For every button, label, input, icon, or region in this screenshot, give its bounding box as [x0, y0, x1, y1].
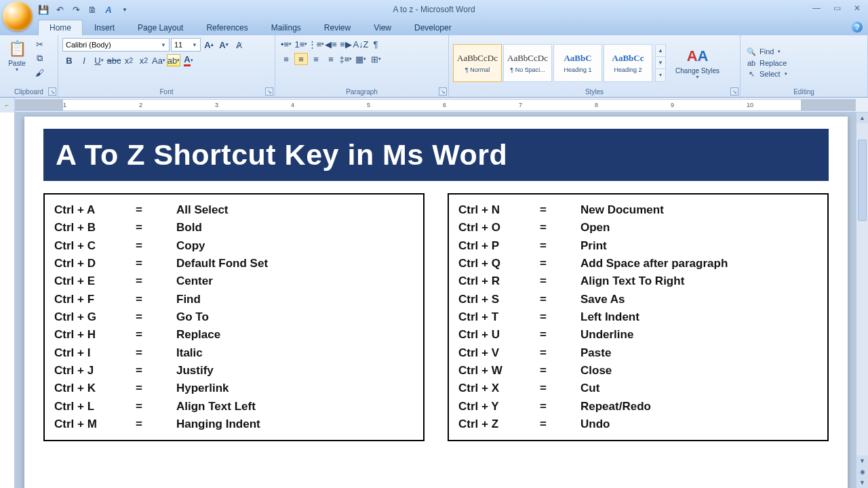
- shortcut-row: Ctrl + V=Paste: [458, 344, 818, 362]
- scroll-up-icon[interactable]: ▲: [856, 113, 868, 123]
- tab-view[interactable]: View: [362, 20, 403, 35]
- underline-icon[interactable]: U▾: [92, 54, 106, 66]
- vertical-scrollbar[interactable]: ▲ ▼ ◉ ▼: [856, 113, 868, 488]
- change-styles-icon: AA: [688, 47, 707, 66]
- paste-icon: 📋: [7, 39, 26, 58]
- shortcut-row: Ctrl + N=New Document: [458, 201, 818, 219]
- shortcut-row: Ctrl + H=Replace: [54, 326, 414, 344]
- office-button[interactable]: [3, 1, 33, 31]
- help-button[interactable]: ?: [852, 22, 863, 33]
- align-right-icon[interactable]: ≡: [309, 53, 323, 65]
- paste-button[interactable]: 📋 Paste ▼: [4, 38, 30, 73]
- tab-references[interactable]: References: [195, 20, 259, 35]
- paste-label: Paste: [8, 60, 26, 67]
- multilevel-list-icon[interactable]: ⋮≡▾: [309, 38, 323, 50]
- shortcut-row: Ctrl + M=Hanging Indent: [54, 415, 414, 433]
- shortcut-row: Ctrl + B=Bold: [54, 219, 414, 237]
- superscript-icon[interactable]: x2: [137, 54, 151, 66]
- group-paragraph: •≡▾ 1≡▾ ⋮≡▾ ◀≡ ≡▶ A↓Z ¶ ≡ ≡ ≡ ≡ ‡≡▾ ▦▾ ⊞…: [275, 35, 449, 97]
- tab-mailings[interactable]: Mailings: [260, 20, 313, 35]
- highlight-icon[interactable]: ab▾: [167, 54, 180, 66]
- shortcut-row: Ctrl + O=Open: [458, 219, 818, 237]
- style-heading-2[interactable]: AaBbCcHeading 2: [604, 44, 652, 82]
- italic-icon[interactable]: I: [77, 54, 91, 66]
- gallery-up-icon[interactable]: ▲: [656, 45, 665, 57]
- tab-home[interactable]: Home: [38, 20, 83, 35]
- style--no-spaci-[interactable]: AaBbCcDc¶ No Spaci...: [503, 44, 552, 82]
- scroll-down-icon[interactable]: ▼: [856, 455, 868, 466]
- shortcut-row: Ctrl + Y=Repeat/Redo: [458, 398, 818, 415]
- subscript-icon[interactable]: x2: [122, 54, 136, 66]
- paragraph-launcher[interactable]: ↘: [439, 87, 447, 96]
- horizontal-ruler[interactable]: 12345678910: [15, 99, 856, 111]
- style-icon[interactable]: A: [103, 4, 114, 15]
- redo-icon[interactable]: ↷: [71, 4, 81, 15]
- justify-icon[interactable]: ≡: [324, 53, 338, 65]
- tab-review[interactable]: Review: [313, 20, 362, 35]
- format-painter-icon[interactable]: 🖌: [33, 66, 46, 79]
- tab-selector[interactable]: ⌐: [0, 98, 15, 113]
- change-case-icon[interactable]: Aa▾: [152, 54, 165, 66]
- borders-icon[interactable]: ⊞▾: [369, 53, 382, 65]
- decrease-indent-icon[interactable]: ◀≡: [324, 38, 338, 50]
- copy-icon[interactable]: ⧉: [33, 52, 46, 64]
- find-button[interactable]: 🔍Find▾: [745, 47, 782, 57]
- shortcut-row: Ctrl + X=Cut: [458, 380, 818, 397]
- align-left-icon[interactable]: ≡: [279, 53, 293, 65]
- close-button[interactable]: ✕: [850, 3, 864, 14]
- scroll-thumb[interactable]: [858, 140, 867, 221]
- tab-insert[interactable]: Insert: [83, 20, 126, 35]
- group-label-paragraph: Paragraph: [279, 87, 444, 96]
- sort-icon[interactable]: A↓Z: [354, 38, 368, 50]
- vertical-ruler[interactable]: [0, 113, 15, 488]
- increase-indent-icon[interactable]: ≡▶: [339, 38, 353, 50]
- document-page[interactable]: A To Z Shortcut Key in Ms Word Ctrl + A=…: [24, 117, 848, 488]
- document-heading: A To Z Shortcut Key in Ms Word: [43, 129, 829, 181]
- select-button[interactable]: ↖Select▾: [745, 69, 789, 79]
- clipboard-launcher[interactable]: ↘: [48, 87, 56, 96]
- shortcut-row: Ctrl + U=Underline: [458, 326, 818, 344]
- shortcut-row: Ctrl + C=Copy: [54, 237, 414, 255]
- next-page-icon[interactable]: ▼: [856, 477, 868, 488]
- numbering-icon[interactable]: 1≡▾: [294, 38, 308, 50]
- cut-icon[interactable]: ✂: [33, 38, 46, 50]
- shortcut-row: Ctrl + S=Save As: [458, 291, 818, 308]
- minimize-button[interactable]: —: [810, 3, 823, 14]
- font-size-combo[interactable]: 11▼: [171, 38, 201, 52]
- strikethrough-icon[interactable]: abc: [107, 54, 121, 66]
- shading-icon[interactable]: ▦▾: [354, 53, 368, 65]
- shortcut-row: Ctrl + T=Left Indent: [458, 308, 818, 326]
- prev-page-icon[interactable]: ◉: [856, 466, 868, 477]
- shortcut-row: Ctrl + W=Close: [458, 362, 818, 380]
- bullets-icon[interactable]: •≡▾: [279, 38, 293, 50]
- font-name-combo[interactable]: Calibri (Body)▼: [62, 38, 170, 52]
- shortcut-row: Ctrl + I=Italic: [54, 344, 414, 362]
- print-preview-icon[interactable]: 🗎: [87, 4, 98, 15]
- line-spacing-icon[interactable]: ‡≡▾: [339, 53, 353, 65]
- undo-icon[interactable]: ↶: [54, 4, 65, 15]
- replace-button[interactable]: abReplace: [745, 58, 788, 68]
- tab-page-layout[interactable]: Page Layout: [126, 20, 195, 35]
- show-marks-icon[interactable]: ¶: [369, 38, 382, 50]
- style--normal[interactable]: AaBbCcDc¶ Normal: [453, 44, 502, 82]
- gallery-more-icon[interactable]: ▾: [656, 69, 665, 81]
- group-label-clipboard: Clipboard: [4, 87, 54, 96]
- maximize-button[interactable]: ▭: [830, 3, 844, 14]
- gallery-down-icon[interactable]: ▼: [656, 57, 665, 69]
- group-label-editing: Editing: [745, 87, 863, 96]
- tab-developer[interactable]: Developer: [403, 20, 463, 35]
- font-launcher[interactable]: ↘: [265, 87, 273, 96]
- shrink-font-icon[interactable]: A▾: [217, 39, 231, 51]
- bold-icon[interactable]: B: [62, 54, 76, 66]
- group-font: Calibri (Body)▼ 11▼ A▴ A▾ A̷ B I U▾ abc …: [58, 35, 275, 97]
- qat-customize-icon[interactable]: ▼: [119, 4, 130, 15]
- font-color-icon[interactable]: A▾: [182, 54, 195, 66]
- grow-font-icon[interactable]: A▴: [202, 39, 216, 51]
- align-center-icon[interactable]: ≡: [294, 53, 308, 65]
- clear-formatting-icon[interactable]: A̷: [232, 39, 245, 51]
- styles-launcher[interactable]: ↘: [730, 87, 738, 96]
- save-icon[interactable]: 💾: [38, 4, 49, 15]
- title-bar: 💾 ↶ ↷ 🗎 A ▼ A to z - Microsoft Word — ▭ …: [0, 0, 868, 19]
- style-heading-1[interactable]: AaBbCHeading 1: [553, 44, 602, 82]
- change-styles-button[interactable]: AA Change Styles ▼: [673, 45, 722, 81]
